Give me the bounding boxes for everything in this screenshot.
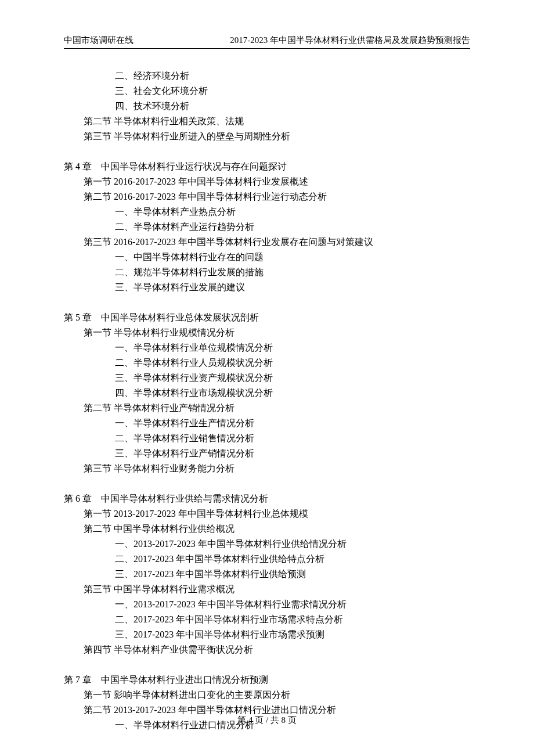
- toc-line: 第一节 2016-2017-2023 年中国半导体材料行业发展概述: [64, 174, 470, 189]
- toc-line: 第三节 半导体材料行业财务能力分析: [64, 461, 470, 476]
- toc-line: 一、2013-2017-2023 年中国半导体材料行业需求情况分析: [64, 597, 470, 612]
- toc-line: 第 7 章 中国半导体材料行业进出口情况分析预测: [64, 672, 470, 687]
- toc-line: 一、半导体材料行业单位规模情况分析: [64, 340, 470, 355]
- page-footer: 第 4 页 / 共 8 页: [0, 715, 534, 726]
- footer-suffix: 页: [288, 715, 297, 725]
- toc-line: 一、半导体材料行业生产情况分析: [64, 416, 470, 431]
- toc-line: 一、中国半导体材料行业存在的问题: [64, 250, 470, 265]
- footer-prefix: 第: [237, 715, 246, 725]
- toc-line: 四、半导体材料行业市场规模状况分析: [64, 386, 470, 401]
- footer-page-num: 4: [248, 715, 253, 725]
- header-right: 2017-2023 年中国半导体材料行业供需格局及发展趋势预测报告: [230, 35, 470, 46]
- blank-line: [64, 295, 470, 310]
- toc-line: 二、2017-2023 年中国半导体材料行业市场需求特点分析: [64, 612, 470, 627]
- toc-line: 二、半导体材料产业运行趋势分析: [64, 219, 470, 235]
- page-header: 中国市场调研在线 2017-2023 年中国半导体材料行业供需格局及发展趋势预测…: [64, 35, 470, 49]
- toc-line: 一、半导体材料产业热点分析: [64, 204, 470, 219]
- toc-line: 三、2017-2023 年中国半导体材料行业市场需求预测: [64, 627, 470, 642]
- header-left: 中国市场调研在线: [64, 35, 134, 46]
- footer-mid: 页 / 共: [255, 715, 279, 725]
- toc-line: 三、社会文化环境分析: [64, 84, 470, 99]
- toc-line: 第 5 章 中国半导体材料行业总体发展状况剖析: [64, 310, 470, 325]
- toc-line: 三、半导体材料行业资产规模状况分析: [64, 370, 470, 386]
- toc-line: 二、2017-2023 年中国半导体材料行业供给特点分析: [64, 552, 470, 567]
- toc-line: 第 4 章 中国半导体材料行业运行状况与存在问题探讨: [64, 159, 470, 174]
- toc-line: 第四节 半导体材料产业供需平衡状况分析: [64, 642, 470, 657]
- toc-line: 第一节 半导体材料行业规模情况分析: [64, 325, 470, 340]
- toc-line: 第三节 2016-2017-2023 年中国半导体材料行业发展存在问题与对策建议: [64, 235, 470, 250]
- toc-line: 第二节 半导体材料行业相关政策、法规: [64, 114, 470, 129]
- toc-line: 三、半导体材料行业产销情况分析: [64, 446, 470, 461]
- toc-line: 二、半导体材料行业销售情况分析: [64, 431, 470, 446]
- toc-line: 第三节 中国半导体材料行业需求概况: [64, 582, 470, 597]
- toc-line: 第二节 中国半导体材料行业供给概况: [64, 521, 470, 537]
- blank-line: [64, 144, 470, 159]
- blank-line: [64, 476, 470, 491]
- toc-line: 三、2017-2023 年中国半导体材料行业供给预测: [64, 567, 470, 582]
- toc-line: 第一节 影响半导体材料进出口变化的主要原因分析: [64, 687, 470, 703]
- blank-line: [64, 657, 470, 672]
- toc-line: 二、规范半导体材料行业发展的措施: [64, 265, 470, 280]
- toc-line: 一、2013-2017-2023 年中国半导体材料行业供给情况分析: [64, 537, 470, 552]
- toc-line: 二、半导体材料行业人员规模状况分析: [64, 355, 470, 370]
- toc-line: 三、半导体材料行业发展的建议: [64, 280, 470, 295]
- toc-line: 第 6 章 中国半导体材料行业供给与需求情况分析: [64, 491, 470, 506]
- footer-total: 8: [282, 715, 286, 725]
- toc-line: 四、技术环境分析: [64, 99, 470, 114]
- toc-line: 第二节 半导体材料行业产销情况分析: [64, 401, 470, 416]
- toc-line: 第二节 2016-2017-2023 年中国半导体材料行业运行动态分析: [64, 189, 470, 204]
- toc-content: 二、经济环境分析三、社会文化环境分析四、技术环境分析第二节 半导体材料行业相关政…: [64, 69, 470, 733]
- toc-line: 第一节 2013-2017-2023 年中国半导体材料行业总体规模: [64, 506, 470, 521]
- toc-line: 第三节 半导体材料行业所进入的壁垒与周期性分析: [64, 129, 470, 144]
- toc-line: 二、经济环境分析: [64, 69, 470, 84]
